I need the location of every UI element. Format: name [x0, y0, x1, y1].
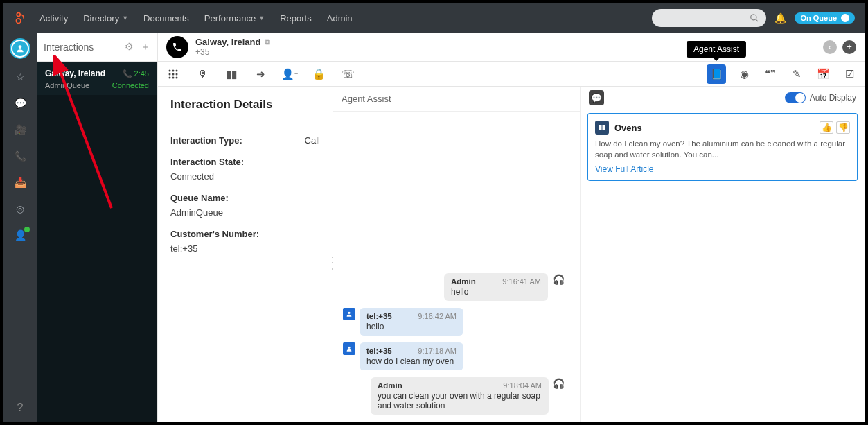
hold-icon[interactable]: ▮▮: [223, 66, 240, 83]
detail-cust-value: tel:+35: [170, 243, 320, 254]
details-heading: Interaction Details: [170, 98, 320, 112]
interaction-state: Connected: [112, 81, 149, 89]
person-icon: [343, 342, 355, 355]
notifications-icon[interactable]: 🔔: [774, 12, 786, 24]
nav-reports[interactable]: Reports: [280, 13, 312, 24]
svg-point-10: [176, 76, 178, 78]
status-toggle[interactable]: On Queue: [795, 12, 855, 24]
interaction-duration: 📞 2:45: [123, 69, 149, 78]
detail-state-value: Connected: [170, 171, 320, 182]
top-nav: Activity Directory▼ Documents Performanc…: [3, 3, 865, 33]
phone-icon[interactable]: 📞: [13, 149, 27, 163]
back-button[interactable]: ‹: [823, 40, 837, 54]
auto-display-toggle[interactable]: Auto Display: [785, 92, 856, 103]
headset-icon: 🎧: [553, 377, 565, 390]
search-icon: [750, 13, 759, 23]
chat-body[interactable]: 🎧Admin9:16:41 AMhellotel:+359:16:42 AMhe…: [333, 112, 580, 422]
copy-icon[interactable]: ⧉: [265, 37, 270, 46]
call-header: Galway, Ireland⧉ +35 ‹ +: [158, 33, 865, 62]
quote-icon[interactable]: ❝❞: [762, 66, 779, 83]
message-bubble: Admin9:18:04 AMyou can clean your oven w…: [371, 377, 549, 415]
message-text: you can clean your oven with a regular s…: [378, 391, 542, 410]
auto-display-label: Auto Display: [810, 93, 856, 103]
article-icon: [595, 121, 609, 135]
caller-name: Galway, Ireland: [195, 37, 260, 48]
notes-icon[interactable]: ✎: [788, 66, 805, 83]
caller-number: +35: [195, 47, 270, 57]
knowledge-card: Ovens 👍 👎 How do I clean my oven? The al…: [587, 113, 858, 181]
dialpad-icon[interactable]: [165, 66, 181, 83]
nav-directory[interactable]: Directory▼: [83, 13, 128, 24]
message-text: hello: [366, 322, 457, 331]
assist-chat-icon[interactable]: 💬: [589, 90, 604, 105]
checklist-icon[interactable]: ☑: [841, 66, 858, 83]
nav-label: Activity: [39, 13, 68, 24]
inbox-icon[interactable]: 📥: [13, 175, 27, 189]
headset-icon: 🎧: [552, 273, 565, 286]
interaction-details: Interaction Details Interaction Type: Ca…: [158, 87, 333, 422]
profile-icon[interactable]: ◉: [736, 66, 752, 83]
hangup-icon[interactable]: ☏: [339, 66, 356, 83]
svg-point-8: [169, 76, 171, 78]
call-toolbar: 🎙 ▮▮ ➜ 👤+ 🔒 ☏ Agent Assist 📘 ◉ ❝❞ ✎ 📅 ☑: [158, 62, 865, 87]
interaction-card[interactable]: Galway, Ireland 📞 2:45 AdminQueue Connec…: [37, 62, 157, 95]
agent-icon[interactable]: 👤: [13, 228, 27, 242]
chat-icon[interactable]: 💬: [13, 96, 27, 110]
add-person-icon[interactable]: 👤+: [281, 66, 298, 83]
interaction-title: Galway, Ireland: [45, 69, 105, 78]
schedule-icon[interactable]: 📅: [815, 66, 831, 83]
detail-state-label: Interaction State:: [170, 157, 320, 167]
chat-panel: Agent Assist 🎧Admin9:16:41 AMhellotel:+3…: [333, 87, 581, 422]
thumbs-up-icon[interactable]: 👍: [820, 121, 833, 134]
left-rail: ☆ 💬 🎥 📞 📥 ◎ 👤 ?: [3, 33, 37, 422]
detail-queue-value: AdminQueue: [170, 207, 320, 218]
search-input[interactable]: [652, 9, 766, 27]
add-icon[interactable]: ＋: [141, 41, 150, 53]
user-avatar[interactable]: [11, 40, 29, 58]
nav-items: Activity Directory▼ Documents Performanc…: [39, 13, 353, 24]
chevron-down-icon: ▼: [122, 15, 128, 21]
video-icon[interactable]: 🎥: [13, 123, 27, 137]
message-time: 9:18:04 AM: [503, 381, 542, 390]
secure-icon[interactable]: 🔒: [310, 66, 327, 83]
add-button[interactable]: +: [842, 40, 856, 54]
svg-point-2: [169, 69, 171, 71]
knowledge-snippet: How do I clean my oven? The aluminium ca…: [595, 139, 850, 160]
nav-label: Reports: [280, 13, 312, 24]
nav-label: Documents: [143, 13, 189, 24]
message-bubble: tel:+359:16:42 AMhello: [360, 308, 463, 336]
nav-performance[interactable]: Performance▼: [204, 13, 265, 24]
message-time: 9:16:42 AM: [418, 312, 457, 320]
detail-type-value: Call: [305, 135, 320, 146]
mute-icon[interactable]: 🎙: [194, 66, 211, 83]
chat-message: 🎧Admin9:16:41 AMhello: [444, 273, 565, 301]
message-bubble: tel:+359:17:18 AMhow do I clean my oven: [360, 342, 463, 370]
nav-admin[interactable]: Admin: [327, 13, 353, 24]
resize-handle[interactable]: [330, 254, 333, 272]
message-sender: Admin: [378, 381, 402, 390]
detail-cust-label: Customer's Number:: [170, 229, 320, 239]
message-sender: Admin: [451, 277, 476, 286]
transfer-icon[interactable]: ➜: [252, 66, 269, 83]
settings-ring-icon[interactable]: ◎: [13, 202, 27, 216]
interactions-panel: Interactions ⚙ ＋ Galway, Ireland 📞 2:45 …: [37, 33, 158, 422]
chat-message: tel:+359:17:18 AMhow do I clean my oven: [343, 342, 537, 370]
agent-assist-button[interactable]: Agent Assist 📘: [707, 64, 726, 84]
svg-point-6: [172, 73, 175, 75]
svg-point-5: [169, 73, 171, 75]
chat-message: 🎧Admin9:18:04 AMyou can clean your oven …: [371, 377, 565, 415]
gear-icon[interactable]: ⚙: [125, 41, 134, 53]
message-time: 9:16:41 AM: [502, 277, 541, 286]
knowledge-title: Ovens: [614, 123, 642, 133]
svg-point-1: [16, 19, 21, 24]
nav-label: Directory: [83, 13, 119, 24]
thumbs-down-icon[interactable]: 👎: [836, 121, 850, 134]
view-full-article-link[interactable]: View Full Article: [595, 164, 653, 174]
message-text: hello: [451, 287, 541, 297]
nav-documents[interactable]: Documents: [143, 13, 189, 24]
favorites-icon[interactable]: ☆: [13, 70, 27, 84]
chat-header: Agent Assist: [333, 87, 580, 112]
svg-point-9: [172, 76, 175, 78]
nav-activity[interactable]: Activity: [39, 13, 68, 24]
help-icon[interactable]: ?: [13, 401, 27, 415]
